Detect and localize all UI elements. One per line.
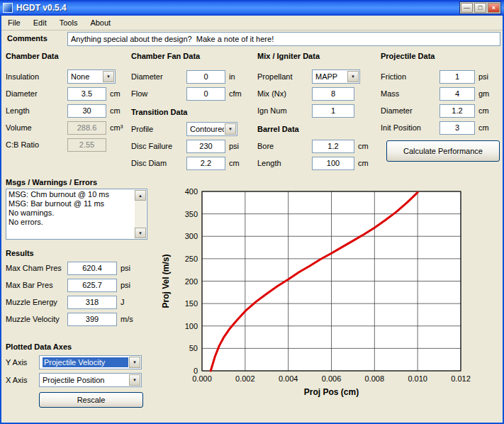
results-title: Results	[6, 249, 156, 260]
menu-edit[interactable]: Edit	[27, 17, 53, 28]
projectile-diameter-label: Diameter	[381, 106, 439, 115]
profile-select[interactable]: Contoured ▼	[186, 122, 237, 136]
message-item[interactable]: No warnings.	[9, 208, 134, 218]
transition-data-title: Transition Data	[131, 102, 256, 121]
projectile-data-title: Projectile Data	[381, 52, 501, 68]
scroll-down-icon[interactable]: ▼	[135, 228, 146, 238]
profile-value: Contoured	[190, 125, 224, 133]
max-bar-pres-output[interactable]	[67, 279, 117, 292]
svg-text:0.004: 0.004	[279, 374, 298, 383]
rescale-button[interactable]: Rescale	[39, 392, 143, 408]
fan-data-title: Chamber Fan Data	[131, 52, 256, 68]
menu-file[interactable]: File	[1, 17, 27, 28]
fan-flow-input[interactable]	[186, 87, 225, 101]
friction-input[interactable]	[439, 70, 475, 84]
menu-bar: File Edit Tools About	[1, 16, 503, 30]
y-axis-select[interactable]: Projectile Velocity ▼	[39, 355, 142, 369]
projectile-diameter-input[interactable]	[439, 104, 475, 118]
mix-nx-label: Mix (Nx)	[257, 89, 312, 98]
chevron-down-icon[interactable]: ▼	[103, 71, 114, 82]
menu-tools[interactable]: Tools	[53, 17, 84, 28]
velocity-position-chart: 0.0000.0020.0040.0060.0080.0100.01205010…	[159, 179, 501, 420]
scroll-up-icon[interactable]: ▲	[135, 190, 146, 201]
chamber-volume-unit: cm³	[110, 123, 123, 132]
chevron-down-icon[interactable]: ▼	[347, 71, 359, 82]
propellant-value: MAPP	[315, 72, 347, 81]
listbox-scrollbar[interactable]: ▲ ▼	[135, 190, 146, 238]
svg-text:50: 50	[189, 344, 198, 352]
muzzle-energy-row: Muzzle Energy J	[6, 294, 156, 311]
maximize-icon: □	[478, 5, 482, 11]
propellant-row: Propellant MAPP ▼	[257, 68, 379, 85]
app-icon	[3, 3, 13, 13]
chamber-diameter-input[interactable]	[67, 87, 106, 101]
disc-diam-input[interactable]	[186, 157, 225, 170]
max-cham-pres-label: Max Cham Pres	[6, 264, 67, 272]
muzzle-energy-output[interactable]	[67, 296, 117, 309]
friction-label: Friction	[381, 72, 439, 81]
chevron-down-icon[interactable]: ▼	[129, 374, 140, 386]
propellant-select[interactable]: MAPP ▼	[312, 69, 360, 84]
friction-row: Friction psi	[381, 68, 501, 85]
chamber-volume-output	[67, 121, 106, 135]
message-item[interactable]: No errors.	[9, 218, 134, 227]
chevron-down-icon[interactable]: ▼	[225, 123, 236, 135]
messages-listbox[interactable]: MSG: Chm burnout @ 10 ms MSG: Bar burnou…	[6, 189, 147, 240]
chart-canvas: 0.0000.0020.0040.0060.0080.0100.01205010…	[159, 179, 501, 420]
max-cham-pres-row: Max Cham Pres psi	[6, 260, 156, 277]
x-axis-label: X Axis	[6, 376, 39, 384]
calculate-performance-button[interactable]: Calculate Performance	[386, 140, 500, 162]
svg-text:200: 200	[185, 277, 198, 286]
max-bar-pres-label: Max Bar Pres	[6, 281, 67, 289]
init-position-input[interactable]	[439, 121, 475, 135]
svg-text:250: 250	[185, 255, 198, 263]
mass-input[interactable]	[439, 87, 475, 101]
mass-label: Mass	[381, 89, 439, 98]
minimize-button[interactable]: —	[461, 3, 473, 13]
x-axis-select[interactable]: Projectile Position ▼	[39, 373, 142, 387]
chamber-length-row: Length cm	[6, 102, 130, 119]
insulation-row: Insulation None ▼	[6, 68, 130, 85]
comments-input[interactable]	[67, 32, 500, 46]
mix-nx-input[interactable]	[312, 87, 354, 101]
barrel-length-label: Length	[257, 159, 312, 167]
fan-flow-unit: cfm	[229, 89, 242, 98]
svg-text:0.002: 0.002	[235, 374, 255, 383]
muzzle-velocity-output[interactable]	[67, 313, 117, 326]
title-bar[interactable]: HGDT v0.5.4 — □ ×	[0, 0, 504, 16]
x-axis-value: Projectile Position	[43, 376, 128, 384]
svg-text:0.000: 0.000	[192, 374, 212, 383]
max-cham-pres-output[interactable]	[67, 262, 117, 275]
svg-text:400: 400	[185, 187, 198, 196]
minimize-icon: —	[464, 5, 470, 11]
message-item[interactable]: MSG: Chm burnout @ 10 ms	[9, 190, 134, 199]
ign-num-input[interactable]	[312, 104, 354, 118]
message-item[interactable]: MSG: Bar burnout @ 11 ms	[9, 199, 134, 208]
disc-failure-input[interactable]	[186, 140, 225, 153]
menu-about[interactable]: About	[84, 17, 117, 28]
fan-diameter-input[interactable]	[186, 70, 225, 84]
bore-input[interactable]	[312, 140, 354, 153]
projectile-diameter-unit: cm	[478, 106, 489, 115]
bore-label: Bore	[257, 142, 312, 150]
fan-flow-row: Flow cfm	[131, 85, 256, 102]
maximize-button[interactable]: □	[474, 3, 486, 13]
svg-text:0.012: 0.012	[451, 374, 471, 383]
svg-text:100: 100	[185, 322, 198, 330]
bore-unit: cm	[358, 142, 369, 150]
barrel-length-row: Length cm	[257, 155, 379, 172]
fan-flow-label: Flow	[131, 89, 186, 98]
chamber-diameter-label: Diameter	[6, 89, 67, 98]
insulation-select[interactable]: None ▼	[67, 69, 116, 84]
max-bar-pres-unit: psi	[121, 281, 130, 289]
results-section: Results Max Cham Pres psi Max Bar Pres p…	[6, 249, 156, 328]
init-position-unit: cm	[478, 123, 489, 132]
plotted-axes-section: Plotted Data Axes Y Axis Projectile Velo…	[6, 342, 156, 408]
chevron-down-icon[interactable]: ▼	[129, 357, 140, 368]
ign-num-label: Ign Num	[257, 106, 312, 115]
plotted-axes-title: Plotted Data Axes	[6, 342, 156, 353]
barrel-length-input[interactable]	[312, 157, 354, 170]
close-button[interactable]: ×	[488, 3, 500, 13]
chamber-length-input[interactable]	[67, 104, 106, 118]
cb-ratio-output	[67, 138, 106, 152]
